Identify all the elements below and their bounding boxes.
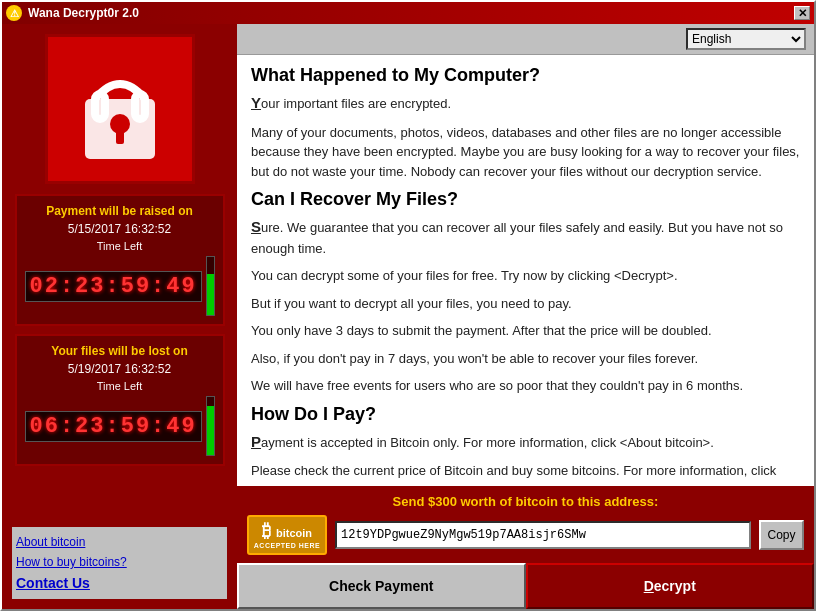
section3-p1-firstletter: P (251, 433, 261, 450)
section2-p1-firstletter: S (251, 218, 261, 235)
section1-p1-rest: our important files are encrypted. (261, 96, 451, 111)
bitcoin-area: Send $300 worth of bitcoin to this addre… (237, 486, 814, 563)
files-lost-date: 5/19/2017 16:32:52 (25, 362, 215, 376)
how-to-buy-link[interactable]: How to buy bitcoins? (16, 555, 223, 569)
section1-p2: Many of your documents, photos, videos, … (251, 123, 800, 182)
close-button[interactable]: ✕ (794, 6, 810, 20)
bitcoin-logo: ₿ bitcoin ACCEPTED HERE (247, 515, 327, 555)
right-panel: English Chinese Spanish Arabic French Ge… (237, 24, 814, 609)
timer1-bar-fill (207, 274, 214, 315)
titlebar: ⚠ Wana Decrypt0r 2.0 ✕ (2, 2, 814, 24)
files-lost-box: Your files will be lost on 5/19/2017 16:… (15, 334, 225, 466)
bitcoin-logo-subtext: ACCEPTED HERE (254, 542, 320, 549)
section1-p1-firstletter: Y (251, 94, 261, 111)
timer2-display: 06:23:59:49 (25, 396, 215, 456)
section1-title: What Happened to My Computer? (251, 65, 800, 86)
bitcoin-send-label: Send $300 worth of bitcoin to this addre… (247, 494, 804, 509)
section2-p5: Also, if you don't pay in 7 days, you wo… (251, 349, 800, 369)
language-select[interactable]: English Chinese Spanish Arabic French Ge… (686, 28, 806, 50)
bitcoin-address: 12t9YDPgwueZ9NyMgw519p7AA8isjr6SMw (335, 521, 751, 549)
timer1: 02:23:59:49 (25, 271, 202, 302)
lock-image (45, 34, 195, 184)
payment-raise-title: Payment will be raised on (25, 204, 215, 218)
section2-p2: You can decrypt some of your files for f… (251, 266, 800, 286)
main-window: ⚠ Wana Decrypt0r 2.0 ✕ Payment will be (0, 0, 816, 611)
files-lost-title: Your files will be lost on (25, 344, 215, 358)
bitcoin-symbol: ₿ bitcoin (262, 521, 312, 542)
section3-title: How Do I Pay? (251, 404, 800, 425)
time-left-label2: Time Left (25, 380, 215, 392)
section2-p1: Sure. We guarantee that you can recover … (251, 216, 800, 258)
titlebar-left: ⚠ Wana Decrypt0r 2.0 (6, 5, 139, 21)
section3-p1: Payment is accepted in Bitcoin only. For… (251, 431, 800, 454)
section2-p3: But if you want to decrypt all your file… (251, 294, 800, 314)
copy-button[interactable]: Copy (759, 520, 804, 550)
bitcoin-row: ₿ bitcoin ACCEPTED HERE 12t9YDPgwueZ9NyM… (247, 515, 804, 555)
contact-us-link[interactable]: Contact Us (16, 575, 223, 591)
section3-p1-rest: ayment is accepted in Bitcoin only. For … (261, 435, 714, 450)
timer2: 06:23:59:49 (25, 411, 202, 442)
payment-raise-date: 5/15/2017 16:32:52 (25, 222, 215, 236)
payment-raise-box: Payment will be raised on 5/15/2017 16:3… (15, 194, 225, 326)
check-payment-button[interactable]: Check Payment (237, 563, 526, 609)
main-content: Payment will be raised on 5/15/2017 16:3… (2, 24, 814, 609)
window-title: Wana Decrypt0r 2.0 (28, 6, 139, 20)
section1-p1: Your important files are encrypted. (251, 92, 800, 115)
section2-p1-rest: ure. We guarantee that you can recover a… (251, 220, 783, 256)
main-text-content: What Happened to My Computer? Your impor… (237, 55, 814, 486)
timer1-display: 02:23:59:49 (25, 256, 215, 316)
bitcoin-logo-text: bitcoin (276, 527, 312, 539)
section2-p6: We will have free events for users who a… (251, 376, 800, 396)
timer1-bar (206, 256, 215, 316)
time-left-label1: Time Left (25, 240, 215, 252)
bottom-buttons: Check Payment Decrypt (237, 563, 814, 609)
section2-title: Can I Recover My Files? (251, 189, 800, 210)
decrypt-button[interactable]: Decrypt (526, 563, 815, 609)
about-bitcoin-link[interactable]: About bitcoin (16, 535, 223, 549)
section2-p4: You only have 3 days to submit the payme… (251, 321, 800, 341)
timer2-bar (206, 396, 215, 456)
svg-rect-4 (116, 129, 124, 144)
left-links: About bitcoin How to buy bitcoins? Conta… (12, 527, 227, 599)
app-icon: ⚠ (6, 5, 22, 21)
section3-p2: Please check the current price of Bitcoi… (251, 461, 800, 486)
left-panel: Payment will be raised on 5/15/2017 16:3… (2, 24, 237, 609)
language-bar: English Chinese Spanish Arabic French Ge… (237, 24, 814, 55)
timer2-bar-fill (207, 406, 214, 455)
